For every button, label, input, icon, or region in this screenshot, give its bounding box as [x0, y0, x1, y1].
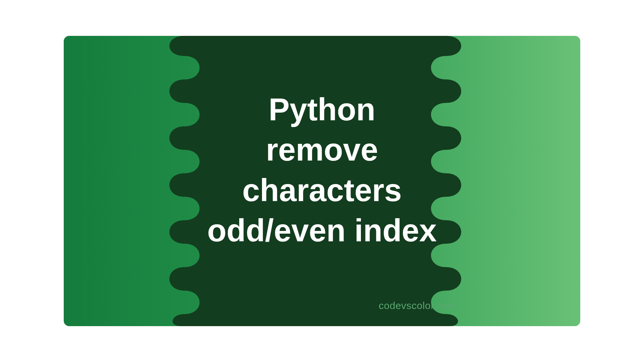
banner-title: Python remove characters odd/even index	[207, 89, 437, 251]
banner-card: Python remove characters odd/even index …	[64, 36, 580, 326]
watermark-text: codevscolor.com	[379, 300, 456, 311]
